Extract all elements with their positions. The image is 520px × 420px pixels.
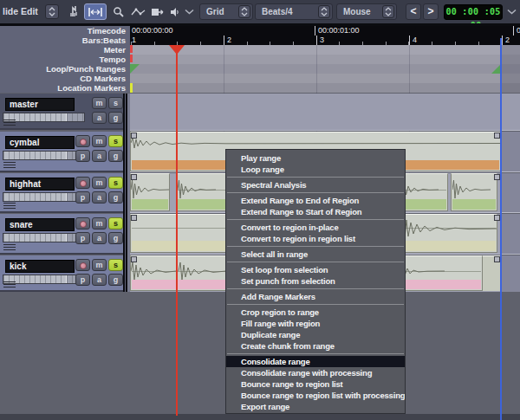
solo-button[interactable]: s — [108, 135, 123, 147]
menu-item-export-range[interactable]: Export range — [226, 401, 405, 412]
mute-button[interactable]: m — [92, 259, 107, 271]
group-button[interactable]: g — [108, 274, 123, 286]
ruler-label-barsbeats[interactable]: Bars:Beats — [0, 36, 130, 45]
ruler-label-cd-markers[interactable]: CD Markers — [0, 74, 130, 83]
track-name-field[interactable]: snare — [5, 218, 75, 231]
menu-item-create-chunk[interactable]: Create chunk from range — [226, 340, 405, 352]
group-button[interactable]: g — [108, 232, 123, 244]
playlist-button[interactable]: p — [75, 191, 90, 204]
auto-button[interactable]: a — [92, 274, 107, 286]
gain-fader[interactable] — [3, 151, 85, 160]
menu-item-fill-range[interactable]: Fill range with region — [226, 318, 405, 329]
range-tool-button[interactable] — [84, 3, 107, 20]
mute-button[interactable]: m — [92, 135, 107, 147]
menu-item-crop-region[interactable]: Crop region to range — [226, 307, 405, 318]
clock-expander[interactable] — [505, 3, 518, 20]
resize-grip-icon[interactable] — [3, 281, 16, 288]
resize-grip-icon[interactable] — [3, 162, 16, 168]
menu-item-extend-range-end[interactable]: Extend Range to End of Region — [226, 195, 405, 206]
solo-button[interactable]: s — [108, 217, 123, 229]
resize-grip-icon[interactable] — [3, 120, 16, 126]
selection-handle[interactable] — [131, 132, 137, 139]
selection-handle[interactable] — [494, 174, 500, 180]
record-arm-button[interactable] — [75, 259, 90, 271]
ruler-label-loop-punch[interactable]: Loop/Punch Ranges — [0, 64, 130, 74]
gain-fader[interactable] — [3, 233, 85, 242]
playlist-button[interactable]: p — [75, 232, 90, 244]
resize-grip-icon[interactable] — [3, 244, 16, 250]
selection-handle[interactable] — [131, 215, 137, 221]
track-header-highhat[interactable]: highhat m s p a g — [0, 173, 124, 213]
menu-item-select-all-in-range[interactable]: Select all in range — [226, 249, 405, 260]
menu-item-add-range-markers[interactable]: Add Range Markers — [226, 291, 405, 302]
edit-point-select[interactable]: Mouse — [336, 3, 397, 20]
cd-markers-ruler[interactable] — [130, 74, 520, 83]
track-header-master[interactable]: master m s a g — [0, 94, 124, 130]
group-button[interactable]: g — [108, 150, 123, 162]
menu-item-spectral-analysis[interactable]: Spectral Analysis — [226, 179, 405, 191]
record-arm-button[interactable] — [75, 177, 90, 189]
track-name-field[interactable]: master — [5, 98, 75, 111]
loop-punch-ruler[interactable] — [130, 64, 520, 74]
track-name-field[interactable]: cymbal — [5, 136, 75, 149]
gain-tool-button[interactable] — [128, 3, 147, 20]
playhead-marker[interactable] — [169, 45, 185, 55]
auto-button[interactable]: a — [92, 150, 107, 162]
solo-button[interactable]: s — [108, 97, 123, 109]
selection-handle[interactable] — [494, 132, 500, 139]
menu-item-play-range[interactable]: Play range — [226, 152, 405, 164]
gain-fader[interactable] — [3, 192, 85, 202]
edit-mode-select[interactable]: lide Edit — [0, 3, 62, 21]
location-marker[interactable] — [130, 83, 133, 93]
ruler-label-timecode[interactable]: Timecode — [0, 26, 130, 36]
menu-item-bounce-region-list-processing[interactable]: Bounce range to region list with process… — [226, 390, 405, 401]
tempo-ruler[interactable] — [130, 55, 520, 64]
toolbar-expander[interactable] — [182, 3, 196, 20]
object-tool-button[interactable] — [66, 3, 82, 20]
track-name-field[interactable]: highhat — [5, 178, 75, 191]
prev-button[interactable]: < — [406, 3, 421, 20]
timecode-ruler[interactable]: 00:00:00:00 00:00:01:00 00:00 — [130, 26, 520, 36]
record-arm-button[interactable] — [75, 217, 90, 229]
solo-button[interactable]: s — [108, 259, 123, 271]
zoom-tool-button[interactable] — [109, 3, 127, 20]
track-header-kick[interactable]: kick m s p a g — [0, 255, 124, 292]
ruler-label-tempo[interactable]: Tempo — [0, 55, 130, 64]
menu-item-extend-range-start[interactable]: Extend Range to Start of Region — [226, 206, 405, 217]
menu-item-convert-region-list[interactable]: Convert to region in region list — [226, 233, 405, 244]
selection-handle[interactable] — [494, 256, 500, 262]
transport-clock[interactable]: 00 :00 :05 :00 — [444, 4, 503, 20]
edit-mode-stepper-icon[interactable] — [45, 4, 59, 19]
auto-button[interactable]: a — [92, 232, 107, 244]
loop-start-marker[interactable] — [130, 64, 140, 74]
resize-grip-icon[interactable] — [3, 203, 16, 209]
header-canvas-divider[interactable] — [123, 94, 130, 292]
audio-region-highhat[interactable] — [451, 173, 497, 211]
menu-item-convert-in-place[interactable]: Convert to region in-place — [226, 222, 405, 233]
meter-marker[interactable] — [130, 45, 133, 53]
snap-mode-stepper-icon[interactable] — [238, 5, 250, 18]
ruler-label-location-markers[interactable]: Location Markers — [0, 83, 130, 93]
selection-handle[interactable] — [131, 174, 137, 180]
group-button[interactable]: g — [108, 112, 123, 124]
playlist-button[interactable]: p — [75, 150, 90, 162]
ruler-label-meter[interactable]: Meter — [0, 45, 130, 55]
menu-item-loop-range[interactable]: Loop range — [226, 164, 405, 175]
track-header-cymbal[interactable]: cymbal m s p a g — [0, 132, 124, 172]
meter-ruler[interactable] — [130, 45, 520, 55]
tempo-marker[interactable] — [130, 55, 133, 62]
menu-item-bounce-region-list[interactable]: Bounce range to region list — [226, 378, 405, 390]
audition-tool-button[interactable] — [167, 3, 181, 20]
snap-mode-select[interactable]: Grid — [199, 3, 253, 20]
mute-button[interactable]: m — [92, 177, 107, 189]
mute-button[interactable]: m — [92, 97, 107, 109]
edit-point-stepper-icon[interactable] — [382, 5, 394, 18]
selection-handle[interactable] — [131, 256, 137, 262]
playlist-button[interactable]: p — [75, 274, 90, 286]
canvas-track-master[interactable] — [130, 94, 520, 131]
solo-button[interactable]: s — [108, 177, 123, 189]
selection-handle[interactable] — [494, 215, 500, 221]
menu-item-consolidate-processing[interactable]: Consolidate range with processing — [226, 367, 405, 378]
menu-item-duplicate-range[interactable]: Duplicate range — [226, 329, 405, 340]
location-markers-ruler[interactable] — [130, 83, 520, 93]
